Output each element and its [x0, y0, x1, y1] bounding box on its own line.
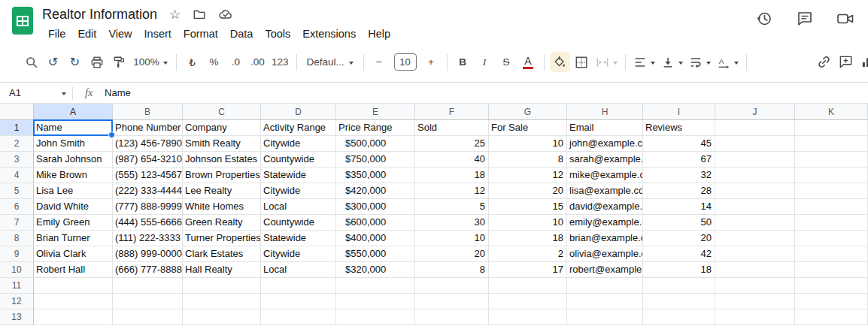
- cell-C5[interactable]: Lee Realty: [183, 183, 261, 199]
- cell-A10[interactable]: Robert Hall: [34, 262, 113, 278]
- cell-G10[interactable]: 17: [489, 262, 567, 278]
- cell-B12[interactable]: [113, 294, 183, 309]
- more-formats-button[interactable]: 123: [269, 52, 291, 72]
- cell-G13[interactable]: [489, 309, 567, 325]
- cell-B6[interactable]: (777) 888-9999: [113, 199, 183, 215]
- cell-I1[interactable]: Reviews: [643, 120, 715, 136]
- cell-K9[interactable]: [795, 246, 868, 262]
- text-color-button[interactable]: A: [518, 52, 539, 72]
- cell-K6[interactable]: [795, 199, 868, 215]
- cell-G6[interactable]: 15: [489, 199, 567, 215]
- column-header-C[interactable]: C: [183, 104, 261, 120]
- redo-button[interactable]: ↻: [65, 52, 85, 72]
- cell-D4[interactable]: Statewide: [261, 168, 336, 183]
- cell-A13[interactable]: [34, 309, 113, 325]
- cell-K10[interactable]: [795, 262, 868, 278]
- cell-D1[interactable]: Activity Range: [261, 120, 336, 136]
- cell-B8[interactable]: (111) 222-3333: [113, 231, 183, 246]
- cell-C2[interactable]: Smith Realty: [183, 136, 261, 152]
- cell-A8[interactable]: Brian Turner: [34, 231, 113, 246]
- cell-J3[interactable]: [715, 152, 795, 168]
- decrease-decimal-button[interactable]: .0: [226, 52, 246, 72]
- cell-B10[interactable]: (666) 777-8888: [113, 262, 183, 278]
- menu-edit[interactable]: Edit: [71, 26, 102, 41]
- cell-J6[interactable]: [715, 199, 795, 215]
- cell-F2[interactable]: 25: [415, 136, 489, 152]
- row-header-13[interactable]: 13: [0, 309, 34, 325]
- cell-G2[interactable]: 10: [489, 136, 567, 152]
- cell-C10[interactable]: Hall Realty: [183, 262, 261, 278]
- cell-I3[interactable]: 67: [643, 152, 715, 168]
- cell-I5[interactable]: 28: [643, 183, 715, 199]
- column-header-D[interactable]: D: [261, 104, 336, 120]
- document-title[interactable]: Realtor Information: [42, 7, 157, 23]
- cell-J9[interactable]: [715, 246, 795, 262]
- cell-J10[interactable]: [715, 262, 795, 278]
- vertical-align-button[interactable]: [659, 52, 685, 72]
- cell-A12[interactable]: [34, 294, 113, 309]
- cell-F7[interactable]: 30: [415, 215, 489, 231]
- cell-J11[interactable]: [715, 278, 795, 294]
- row-header-1[interactable]: 1: [0, 120, 34, 136]
- move-folder-button[interactable]: [193, 7, 206, 22]
- cell-E2[interactable]: $500,000: [336, 136, 415, 152]
- cell-H9[interactable]: olivia@example.com: [567, 246, 643, 262]
- cell-E8[interactable]: $400,000: [336, 231, 415, 246]
- cell-H4[interactable]: mike@example.com: [567, 168, 643, 183]
- cell-H13[interactable]: [567, 309, 643, 325]
- cell-E6[interactable]: $300,000: [336, 199, 415, 215]
- cell-C7[interactable]: Green Realty: [183, 215, 261, 231]
- row-header-10[interactable]: 10: [0, 262, 34, 278]
- column-header-A[interactable]: A: [34, 104, 113, 120]
- cell-H5[interactable]: lisa@example.com: [567, 183, 643, 199]
- increase-font-size-button[interactable]: +: [421, 52, 442, 72]
- cell-I2[interactable]: 45: [643, 136, 715, 152]
- cell-F11[interactable]: [415, 278, 489, 294]
- decrease-font-size-button[interactable]: −: [369, 52, 390, 72]
- column-header-H[interactable]: H: [567, 104, 643, 120]
- cell-I7[interactable]: 50: [643, 215, 715, 231]
- cell-A9[interactable]: Olivia Clark: [34, 246, 113, 262]
- row-header-8[interactable]: 8: [0, 231, 34, 246]
- cell-C4[interactable]: Brown Properties: [183, 168, 261, 183]
- name-box[interactable]: A1: [0, 87, 72, 98]
- menu-help[interactable]: Help: [362, 26, 396, 41]
- row-header-9[interactable]: 9: [0, 246, 34, 262]
- menu-view[interactable]: View: [102, 26, 138, 41]
- meet-camera-button[interactable]: [836, 10, 854, 28]
- horizontal-align-button[interactable]: [631, 52, 657, 72]
- cell-F8[interactable]: 10: [415, 231, 489, 246]
- cell-D6[interactable]: Local: [261, 199, 336, 215]
- cell-C3[interactable]: Johnson Estates: [183, 152, 261, 168]
- cell-A7[interactable]: Emily Green: [34, 215, 113, 231]
- insert-link-button[interactable]: [814, 52, 834, 72]
- cell-G5[interactable]: 20: [489, 183, 567, 199]
- cell-I13[interactable]: [643, 309, 715, 325]
- row-header-2[interactable]: 2: [0, 136, 34, 152]
- column-header-K[interactable]: K: [795, 104, 868, 120]
- cell-I6[interactable]: 14: [643, 199, 715, 215]
- column-header-G[interactable]: G: [489, 104, 567, 120]
- cell-K11[interactable]: [795, 278, 868, 294]
- strikethrough-button[interactable]: S: [496, 52, 517, 72]
- font-select[interactable]: Defaul...: [302, 52, 358, 72]
- cell-H2[interactable]: john@example.com: [567, 136, 643, 152]
- zoom-select[interactable]: 100%: [130, 52, 171, 72]
- cell-F10[interactable]: 8: [415, 262, 489, 278]
- cell-I10[interactable]: 18: [643, 262, 715, 278]
- cell-H10[interactable]: robert@example.com: [567, 262, 643, 278]
- undo-button[interactable]: ↺: [43, 52, 63, 72]
- cell-H1[interactable]: Email: [567, 120, 643, 136]
- cell-I4[interactable]: 32: [643, 168, 715, 183]
- cell-F4[interactable]: 18: [415, 168, 489, 183]
- cell-H7[interactable]: emily@example.com: [567, 215, 643, 231]
- cell-G7[interactable]: 10: [489, 215, 567, 231]
- cell-E4[interactable]: $350,000: [336, 168, 415, 183]
- cell-B5[interactable]: (222) 333-4444: [113, 183, 183, 199]
- cell-K5[interactable]: [795, 183, 868, 199]
- cell-K12[interactable]: [795, 294, 868, 309]
- cell-D3[interactable]: Countywide: [261, 152, 336, 168]
- column-header-J[interactable]: J: [715, 104, 795, 120]
- cell-H8[interactable]: brian@example.com: [567, 231, 643, 246]
- cell-F1[interactable]: Sold: [415, 120, 489, 136]
